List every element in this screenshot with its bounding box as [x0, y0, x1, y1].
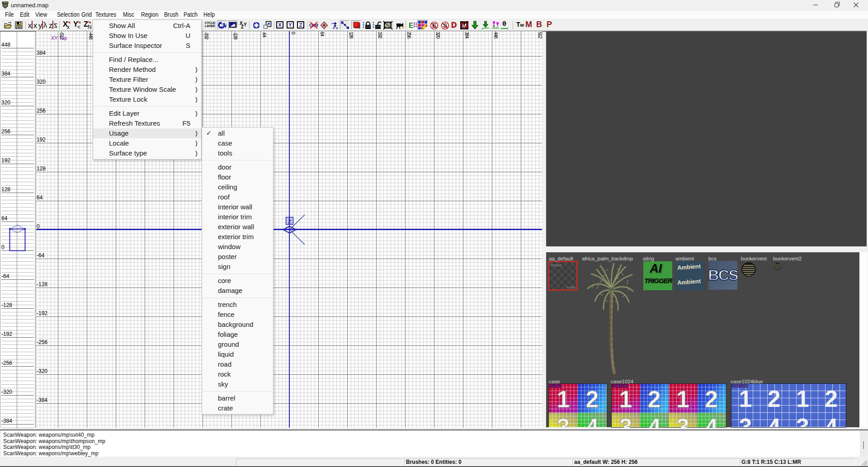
svg-text:1024X1024: 1024X1024: [732, 384, 748, 387]
svg-text:Z: Z: [288, 218, 292, 225]
svg-text:320: 320: [37, 79, 46, 85]
svg-text:1024X1024: 1024X1024: [613, 384, 628, 387]
svg-text:64: 64: [1, 215, 8, 222]
svg-text:-256: -256: [1, 360, 12, 366]
svg-text:128: 128: [37, 165, 46, 172]
svg-text:-256: -256: [37, 339, 47, 345]
svg-text:y: y: [336, 26, 338, 29]
svg-text:512X512: 512X512: [550, 384, 561, 387]
svg-text:Y: Y: [288, 22, 292, 28]
svg-text:-64: -64: [37, 252, 45, 259]
svg-text:BCS: BCS: [708, 266, 737, 283]
svg-text:256: 256: [1, 128, 10, 135]
svg-text:-128: -128: [1, 302, 12, 308]
svg-text:320: 320: [1, 99, 10, 106]
svg-text:-384: -384: [1, 418, 12, 424]
svg-text:192: 192: [1, 157, 10, 164]
svg-text:256: 256: [37, 108, 46, 114]
svg-text:-320: -320: [1, 389, 12, 395]
svg-text:128: 128: [1, 186, 10, 193]
svg-text:-320: -320: [37, 368, 47, 374]
svg-text:-192: -192: [1, 331, 12, 337]
svg-text:0: 0: [1, 244, 5, 250]
svg-text:192: 192: [37, 137, 46, 143]
svg-text:0: 0: [37, 223, 40, 230]
svg-text:X: X: [278, 22, 282, 28]
svg-text:448: 448: [1, 42, 10, 48]
svg-text:-384: -384: [37, 397, 47, 403]
svg-text:-128: -128: [37, 281, 47, 288]
svg-text:64: 64: [37, 194, 43, 201]
svg-text:384: 384: [1, 71, 10, 77]
svg-text:-192: -192: [37, 310, 47, 316]
svg-text:Z: Z: [299, 22, 302, 28]
svg-text:384: 384: [37, 50, 46, 56]
svg-text:x: x: [333, 26, 335, 29]
svg-text:E: E: [409, 22, 414, 29]
svg-text:-64: -64: [1, 273, 9, 279]
